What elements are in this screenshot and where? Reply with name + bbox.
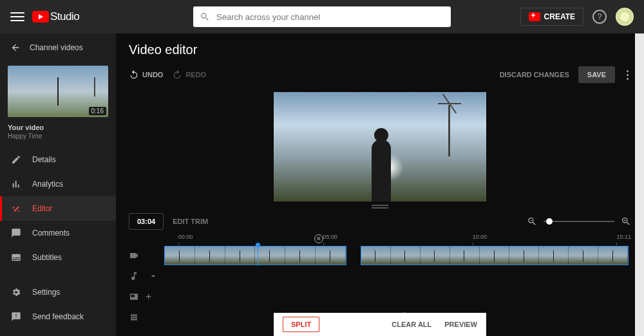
feedback-icon — [10, 311, 22, 322]
video-title: Happy Time — [8, 133, 108, 140]
sidebar-label: Comments — [32, 229, 70, 238]
video-thumbnail[interactable]: 0:16 — [8, 66, 108, 117]
cut-marker-icon[interactable]: ✕ — [314, 234, 323, 243]
undo-button[interactable]: UNDO — [129, 70, 163, 80]
comments-icon — [10, 227, 22, 239]
arrow-left-icon — [10, 42, 21, 53]
redo-label: REDO — [185, 71, 206, 79]
video-preview[interactable] — [274, 92, 486, 201]
wand-icon — [10, 203, 22, 214]
sidebar-label: Analytics — [32, 180, 63, 189]
create-button[interactable]: CREATE — [520, 8, 583, 26]
main-area: Video editor UNDO REDO DISCARD CHANGES S… — [116, 33, 644, 336]
time-ruler[interactable]: 00:00 05:00 10:00 15:11 ✕ — [164, 234, 631, 245]
audio-track-header[interactable] — [129, 266, 164, 286]
audio-track[interactable] — [164, 266, 631, 286]
undo-label: UNDO — [142, 71, 163, 79]
help-icon[interactable]: ? — [592, 10, 607, 24]
analytics-icon — [10, 178, 22, 190]
back-to-channel-videos[interactable]: Channel videos — [0, 33, 116, 62]
zoom-slider[interactable] — [544, 221, 614, 222]
preview-area — [116, 92, 644, 201]
toolbar: UNDO REDO DISCARD CHANGES SAVE — [116, 61, 644, 92]
youtube-icon — [32, 11, 49, 23]
sidebar-item-analytics[interactable]: Analytics — [0, 172, 116, 196]
panel-drag-handle[interactable] — [116, 201, 644, 209]
blur-track-header — [129, 307, 164, 328]
split-button[interactable]: SPLIT — [283, 317, 319, 332]
redo-button: REDO — [172, 70, 206, 80]
sidebar-label: Settings — [32, 288, 60, 297]
endscreen-track-header[interactable]: + — [129, 286, 164, 307]
save-button[interactable]: SAVE — [578, 66, 615, 83]
subtitles-icon — [10, 252, 22, 263]
discard-button[interactable]: DISCARD CHANGES — [500, 71, 569, 79]
your-video-heading: Your video — [8, 124, 108, 131]
zoom-out-icon[interactable] — [527, 216, 537, 227]
search-input[interactable] — [216, 12, 444, 22]
preview-button[interactable]: PREVIEW — [444, 321, 477, 328]
endscreen-track[interactable] — [164, 286, 631, 307]
sidebar-item-editor[interactable]: Editor — [0, 196, 116, 221]
sidebar-label: Editor — [32, 204, 52, 213]
sidebar-label: Subtitles — [32, 253, 62, 262]
clear-all-button[interactable]: CLEAR ALL — [392, 321, 431, 328]
brand-text: Studio — [50, 10, 79, 23]
sidebar-label: Send feedback — [32, 312, 84, 321]
sidebar-item-settings[interactable]: Settings — [0, 280, 116, 304]
back-label: Channel videos — [30, 43, 83, 52]
sidebar: Channel videos 0:16 Your video Happy Tim… — [0, 33, 116, 336]
redo-icon — [172, 70, 182, 80]
ruler-tick: 10:00 — [473, 234, 488, 240]
sidebar-item-feedback[interactable]: Send feedback — [0, 304, 116, 329]
sidebar-item-comments[interactable]: Comments — [0, 221, 116, 245]
endscreen-icon — [129, 292, 139, 302]
clip-segment-1[interactable] — [164, 246, 346, 265]
ruler-tick: 15:11 — [616, 234, 631, 240]
video-icon — [129, 250, 139, 261]
timecode[interactable]: 03:04 — [129, 213, 164, 230]
top-bar: Studio CREATE ? — [0, 0, 644, 33]
ruler-tick: 00:00 — [178, 234, 193, 240]
gear-icon — [10, 286, 22, 298]
pencil-icon — [10, 154, 22, 165]
thumb-duration: 0:16 — [89, 107, 106, 115]
timeline-controls: 03:04 EDIT TRIM — [116, 209, 644, 234]
search-icon — [200, 12, 210, 22]
search-box[interactable] — [193, 6, 451, 27]
avatar[interactable] — [616, 8, 634, 26]
blur-icon — [129, 312, 139, 322]
menu-icon[interactable] — [10, 10, 24, 24]
ruler-tick: 05:00 — [323, 234, 338, 240]
trim-action-panel: SPLIT CLEAR ALL PREVIEW — [274, 313, 486, 336]
video-track-header — [129, 245, 164, 266]
sidebar-item-classic[interactable]: Creator Studio Classic — [0, 329, 116, 336]
create-icon — [529, 12, 540, 21]
clip-segment-2[interactable] — [361, 246, 629, 265]
playhead[interactable] — [258, 245, 258, 266]
scrollbar[interactable] — [635, 33, 644, 336]
page-title: Video editor — [116, 33, 644, 61]
logo[interactable]: Studio — [32, 10, 79, 23]
music-icon — [129, 271, 139, 281]
sidebar-item-details[interactable]: Details — [0, 147, 116, 172]
sidebar-item-subtitles[interactable]: Subtitles — [0, 245, 116, 270]
create-label: CREATE — [544, 12, 575, 21]
edit-trim-button[interactable]: EDIT TRIM — [173, 218, 208, 225]
chevron-down-icon — [148, 271, 158, 281]
video-track[interactable] — [164, 245, 631, 266]
more-options-icon[interactable] — [624, 70, 631, 80]
zoom-in-icon[interactable] — [621, 216, 631, 227]
undo-icon — [129, 70, 139, 80]
sidebar-label: Details — [32, 155, 56, 164]
